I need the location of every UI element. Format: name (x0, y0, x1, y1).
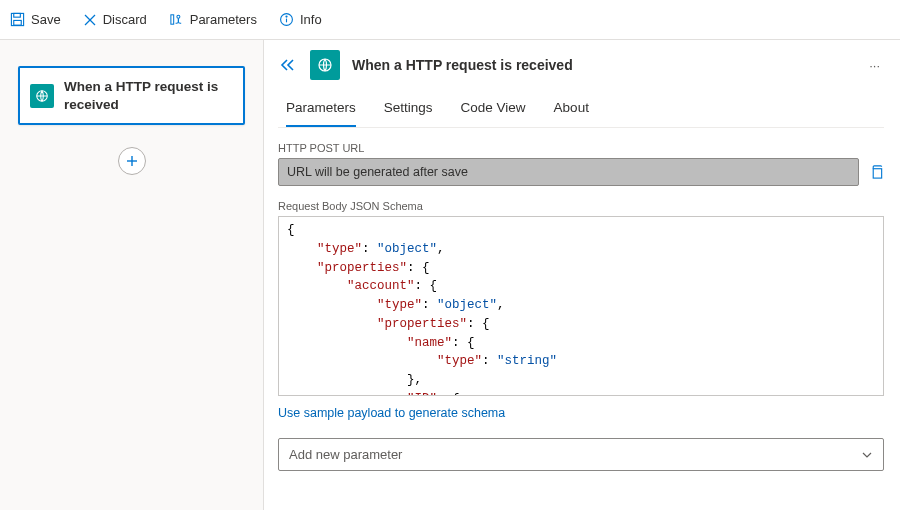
tab-code-view[interactable]: Code View (461, 94, 526, 127)
http-post-url-row: URL will be generated after save (278, 158, 884, 186)
svg-rect-5 (171, 15, 174, 24)
detail-header: When a HTTP request is received ··· (278, 50, 884, 80)
info-button[interactable]: Info (279, 12, 322, 27)
http-trigger-icon (30, 84, 54, 108)
svg-rect-2 (14, 20, 22, 25)
add-parameter-label: Add new parameter (289, 447, 402, 462)
detail-title: When a HTTP request is received (352, 57, 853, 73)
tab-settings[interactable]: Settings (384, 94, 433, 127)
copy-url-button[interactable] (869, 164, 884, 180)
svg-point-9 (286, 16, 287, 17)
designer-canvas: When a HTTP request is received (0, 40, 264, 510)
discard-label: Discard (103, 12, 147, 27)
http-post-url-field[interactable]: URL will be generated after save (278, 158, 859, 186)
svg-point-6 (177, 15, 180, 18)
parameters-button[interactable]: Parameters (169, 12, 257, 27)
add-step-button[interactable] (118, 147, 146, 175)
discard-button[interactable]: Discard (83, 12, 147, 27)
info-icon (279, 12, 294, 27)
info-label: Info (300, 12, 322, 27)
chevron-down-icon (861, 449, 873, 461)
collapse-button[interactable] (278, 56, 298, 74)
save-label: Save (31, 12, 61, 27)
save-button[interactable]: Save (10, 12, 61, 27)
http-post-url-label: HTTP POST URL (278, 142, 884, 154)
parameters-icon (169, 12, 184, 27)
tab-parameters[interactable]: Parameters (286, 94, 356, 127)
svg-rect-14 (873, 169, 881, 178)
more-button[interactable]: ··· (865, 58, 884, 73)
parameters-label: Parameters (190, 12, 257, 27)
schema-label: Request Body JSON Schema (278, 200, 884, 212)
main-area: When a HTTP request is received W (0, 40, 900, 510)
schema-editor[interactable]: { "type": "object", "properties": { "acc… (278, 216, 884, 396)
http-trigger-icon (310, 50, 340, 80)
detail-panel: When a HTTP request is received ··· Para… (264, 40, 900, 510)
trigger-card-title: When a HTTP request is received (64, 78, 233, 113)
svg-rect-1 (14, 13, 21, 17)
use-sample-payload-link[interactable]: Use sample payload to generate schema (278, 406, 884, 420)
save-icon (10, 12, 25, 27)
toolbar: Save Discard Parameters In (0, 0, 900, 40)
close-icon (83, 13, 97, 27)
trigger-card[interactable]: When a HTTP request is received (18, 66, 245, 125)
tabs: Parameters Settings Code View About (278, 94, 884, 128)
add-parameter-dropdown[interactable]: Add new parameter (278, 438, 884, 471)
tab-about[interactable]: About (554, 94, 589, 127)
